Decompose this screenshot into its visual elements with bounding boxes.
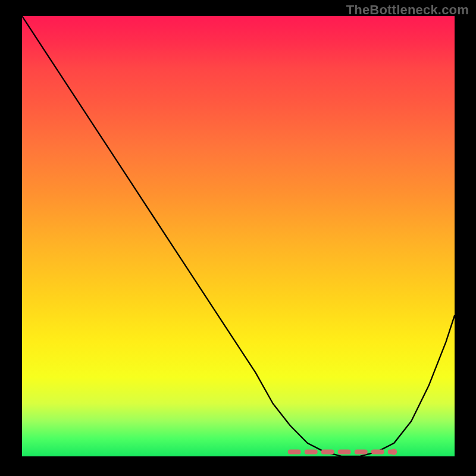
- chart-frame: TheBottleneck.com: [0, 0, 476, 476]
- optimal-range-end-dot: [391, 449, 397, 455]
- curve-layer: [22, 16, 455, 456]
- bottleneck-curve: [22, 16, 455, 456]
- watermark-text: TheBottleneck.com: [346, 2, 469, 18]
- plot-area: [22, 16, 455, 456]
